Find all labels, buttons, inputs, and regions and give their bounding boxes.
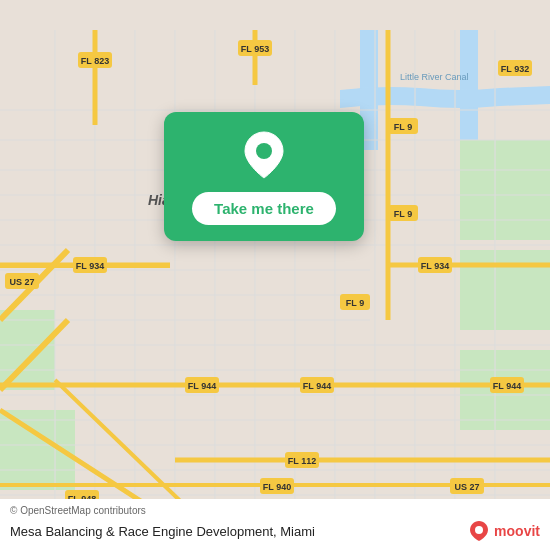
svg-text:FL 823: FL 823 xyxy=(81,56,109,66)
svg-text:Little River Canal: Little River Canal xyxy=(400,72,469,82)
svg-rect-6 xyxy=(460,250,550,330)
svg-point-84 xyxy=(256,143,272,159)
svg-point-85 xyxy=(475,526,483,534)
svg-text:FL 944: FL 944 xyxy=(188,381,216,391)
svg-text:FL 934: FL 934 xyxy=(421,261,449,271)
svg-text:US 27: US 27 xyxy=(454,482,479,492)
bottom-bar: © OpenStreetMap contributors Mesa Balanc… xyxy=(0,499,550,550)
location-pin-icon xyxy=(239,130,289,180)
svg-text:FL 9: FL 9 xyxy=(394,122,412,132)
svg-text:FL 9: FL 9 xyxy=(346,298,364,308)
svg-text:US 27: US 27 xyxy=(9,277,34,287)
map-attribution: © OpenStreetMap contributors xyxy=(10,505,540,516)
moovit-icon xyxy=(468,520,490,542)
svg-text:FL 934: FL 934 xyxy=(76,261,104,271)
svg-text:FL 932: FL 932 xyxy=(501,64,529,74)
popup-card: Take me there xyxy=(164,112,364,241)
svg-text:FL 940: FL 940 xyxy=(263,482,291,492)
moovit-logo: moovit xyxy=(468,520,540,542)
svg-text:FL 944: FL 944 xyxy=(493,381,521,391)
svg-text:FL 9: FL 9 xyxy=(394,209,412,219)
svg-text:FL 944: FL 944 xyxy=(303,381,331,391)
location-name: Mesa Balancing & Race Engine Development… xyxy=(10,524,315,539)
take-me-there-button[interactable]: Take me there xyxy=(192,192,336,225)
svg-rect-5 xyxy=(460,140,550,240)
moovit-text-label: moovit xyxy=(494,523,540,539)
map-container: FL 823 FL 953 FL 9 FL 932 Hialeah FL 9 F… xyxy=(0,0,550,550)
svg-text:FL 953: FL 953 xyxy=(241,44,269,54)
svg-text:FL 112: FL 112 xyxy=(288,456,316,466)
